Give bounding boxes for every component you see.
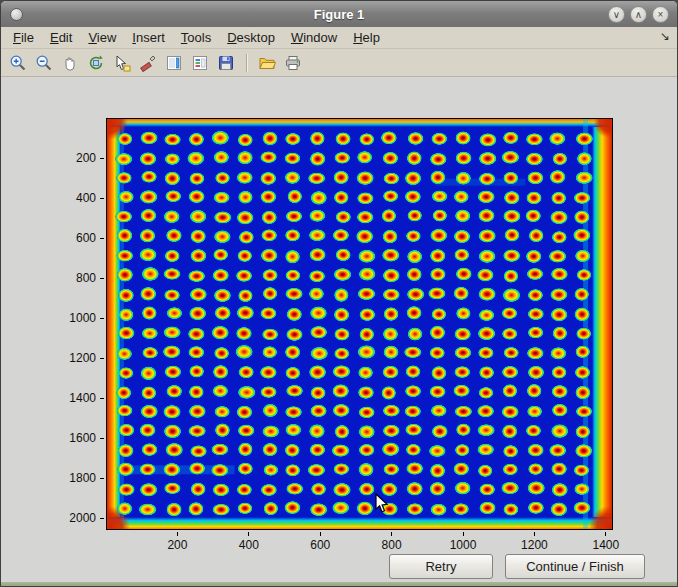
y-tick-mark [100,198,104,199]
shade-button[interactable]: ∨ [608,6,625,23]
menu-item-edit[interactable]: Edit [42,28,80,47]
y-tick-label: 1600 [42,431,96,445]
y-tick-mark [100,358,104,359]
y-tick-label: 1000 [42,311,96,325]
brush-button[interactable] [136,51,160,75]
figure-window: Figure 1 ∨ ∧ × FileEditViewInsertToolsDe… [0,0,678,587]
insert-legend-icon [191,54,209,72]
y-tick-label: 400 [42,191,96,205]
zoom-out-button[interactable] [32,51,56,75]
x-tick-mark [391,532,392,536]
x-tick-mark [463,532,464,536]
zoom-in-button[interactable] [6,51,30,75]
zoom-out-icon [35,54,53,72]
continue-finish-button[interactable]: Continue / Finish [505,554,645,579]
y-tick-label: 800 [42,271,96,285]
menu-items: FileEditViewInsertToolsDesktopWindowHelp [5,28,388,47]
data-cursor-button[interactable] [110,51,134,75]
y-tick-mark [100,238,104,239]
x-tick-mark [248,532,249,536]
y-tick-label: 1200 [42,351,96,365]
pan-icon [61,54,79,72]
menu-item-insert[interactable]: Insert [124,28,173,47]
x-tick-label: 1000 [443,538,483,552]
y-tick-mark [100,438,104,439]
y-tick-label: 1400 [42,391,96,405]
data-cursor-icon [113,54,131,72]
brush-icon [139,54,157,72]
x-tick-label: 600 [300,538,340,552]
y-tick-mark [100,278,104,279]
menu-bar: FileEditViewInsertToolsDesktopWindowHelp… [1,27,677,49]
y-tick-label: 600 [42,231,96,245]
print-figure-icon [284,54,302,72]
print-figure-button[interactable] [281,51,305,75]
y-tick-label: 1800 [42,471,96,485]
open-file-button[interactable] [255,51,279,75]
insert-colorbar-button[interactable] [162,51,186,75]
y-tick-label: 200 [42,151,96,165]
y-tick-mark [100,158,104,159]
x-tick-label: 800 [372,538,412,552]
zoom-in-icon [9,54,27,72]
menu-item-file[interactable]: File [5,28,42,47]
rotate-3d-icon [87,54,105,72]
x-tick-label: 1400 [586,538,626,552]
window-title: Figure 1 [1,7,677,22]
maximize-button[interactable]: ∧ [630,6,647,23]
rotate-3d-button[interactable] [84,51,108,75]
x-tick-mark [177,532,178,536]
desktop-edge [1,582,677,587]
window-controls: ∨ ∧ × [608,6,669,23]
save-figure-icon [217,54,235,72]
menu-item-tools[interactable]: Tools [173,28,219,47]
toolbar [1,49,677,77]
toolbar-separator [246,54,247,72]
insert-colorbar-icon [165,54,183,72]
retry-button[interactable]: Retry [389,554,493,579]
y-tick-mark [100,478,104,479]
x-tick-mark [534,532,535,536]
menu-overflow-arrow-icon[interactable]: ↘ [660,29,670,43]
insert-legend-button[interactable] [188,51,212,75]
window-menu-icon[interactable] [10,8,23,21]
close-button[interactable]: × [652,6,669,23]
pan-button[interactable] [58,51,82,75]
figure-canvas: Retry Continue / Finish 2004006008001000… [1,77,677,582]
y-tick-mark [100,318,104,319]
plate-image[interactable] [107,119,612,529]
menu-item-help[interactable]: Help [345,28,388,47]
menu-item-window[interactable]: Window [283,28,345,47]
x-tick-label: 200 [157,538,197,552]
y-tick-label: 2000 [42,511,96,525]
axes[interactable] [106,118,613,530]
y-tick-mark [100,518,104,519]
open-file-icon [258,54,276,72]
save-figure-button[interactable] [214,51,238,75]
menu-item-view[interactable]: View [80,28,124,47]
x-tick-label: 1200 [514,538,554,552]
x-tick-mark [320,532,321,536]
x-tick-label: 400 [229,538,269,552]
y-tick-mark [100,398,104,399]
titlebar[interactable]: Figure 1 ∨ ∧ × [1,1,677,27]
menu-item-desktop[interactable]: Desktop [219,28,283,47]
x-tick-mark [605,532,606,536]
